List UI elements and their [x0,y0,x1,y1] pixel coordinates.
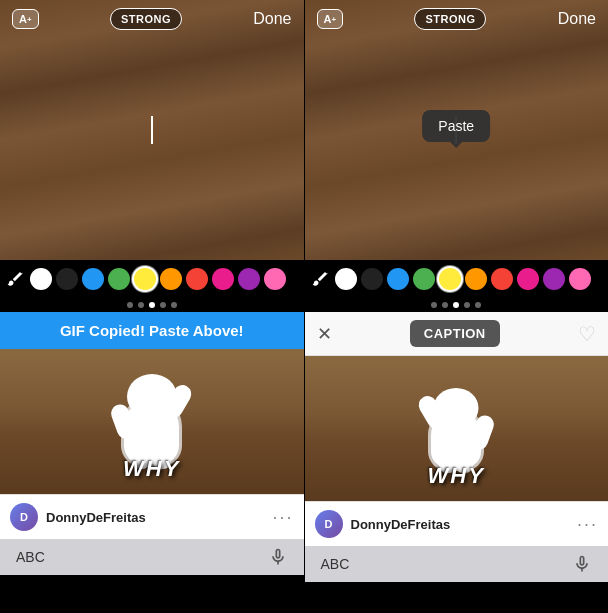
fluffy-creature-right [431,410,481,468]
username-right: DonnyDeFreitas [351,517,451,532]
more-btn-left[interactable]: ··· [272,507,293,528]
plus-icon-left: + [27,15,32,24]
avatar-left: D [10,503,38,531]
abc-text-right: ABC [321,556,350,572]
text-cursor-left [151,116,153,144]
done-btn-right[interactable]: Done [558,10,596,28]
color-blue-right[interactable] [387,268,409,290]
done-btn-left[interactable]: Done [253,10,291,28]
color-green-right[interactable] [413,268,435,290]
creature-body-left [124,399,179,464]
brush-icon-left[interactable] [4,268,26,290]
why-text-right: WHY [305,463,609,489]
avatar-right: D [315,510,343,538]
gif-image-left: WHY [0,349,304,494]
color-orange-left[interactable] [160,268,182,290]
editor-area-left: A + STRONG Done [0,0,304,260]
color-white-left[interactable] [30,268,52,290]
mic-icon-left[interactable] [268,547,288,567]
gif-image-right: WHY [305,356,609,501]
why-text-left: WHY [0,456,304,482]
color-orange-right[interactable] [465,268,487,290]
color-white-right[interactable] [335,268,357,290]
dot-1-right [431,302,437,308]
editor-top-bar-left: A + STRONG Done [0,8,304,30]
caption-btn[interactable]: CAPTION [410,320,500,347]
caption-bar: ✕ CAPTION ♡ [305,312,609,356]
color-bar-left [0,260,304,298]
right-panel: A + STRONG Done Paste [305,0,609,613]
gif-card-right: WHY D DonnyDeFreitas ··· [305,356,609,546]
paste-tooltip[interactable]: Paste [422,110,490,142]
card-info-left: D DonnyDeFreitas ··· [0,494,304,539]
left-panel: A + STRONG Done GIF Copie [0,0,304,613]
username-left: DonnyDeFreitas [46,510,146,525]
color-black-left[interactable] [56,268,78,290]
dot-5-left [171,302,177,308]
color-purple-left[interactable] [238,268,260,290]
creature-head-l [127,374,177,419]
dot-2-left [138,302,144,308]
color-red-left[interactable] [186,268,208,290]
color-black-right[interactable] [361,268,383,290]
creature-body-right [431,410,481,468]
brush-icon-right[interactable] [309,268,331,290]
dots-indicator-left [0,298,304,312]
font-size-btn-right[interactable]: A + [317,9,344,29]
style-btn-right[interactable]: STRONG [414,8,486,30]
color-bar-right [305,260,609,298]
color-hotpink-left[interactable] [264,268,286,290]
dot-1-left [127,302,133,308]
dots-indicator-right [305,298,609,312]
dot-4-right [464,302,470,308]
color-blue-left[interactable] [82,268,104,290]
color-pink-left[interactable] [212,268,234,290]
dot-4-left [160,302,166,308]
color-purple-right[interactable] [543,268,565,290]
color-pink-right[interactable] [517,268,539,290]
abc-text-left: ABC [16,549,45,565]
gif-card-left: WHY D DonnyDeFreitas ··· [0,349,304,539]
creature-head-r [434,388,479,428]
close-btn[interactable]: ✕ [317,323,332,345]
card-info-right: D DonnyDeFreitas ··· [305,501,609,546]
more-btn-right[interactable]: ··· [577,514,598,535]
editor-area-right: A + STRONG Done Paste [305,0,609,260]
card-left-left: D DonnyDeFreitas [10,503,146,531]
style-btn-left[interactable]: STRONG [110,8,182,30]
fluffy-creature-left [124,399,179,464]
font-size-btn-left[interactable]: A + [12,9,39,29]
color-yellow-left[interactable] [134,268,156,290]
card-left-right: D DonnyDeFreitas [315,510,451,538]
font-size-label-right: A [324,13,332,25]
dot-3-left [149,302,155,308]
heart-icon[interactable]: ♡ [578,322,596,346]
dot-2-right [442,302,448,308]
dot-5-right [475,302,481,308]
editor-top-bar-right: A + STRONG Done [305,8,609,30]
font-size-label-left: A [19,13,27,25]
notification-bar: GIF Copied! Paste Above! [0,312,304,349]
color-hotpink-right[interactable] [569,268,591,290]
mic-icon-right[interactable] [572,554,592,574]
color-yellow-right[interactable] [439,268,461,290]
dot-3-right [453,302,459,308]
plus-icon-right: + [331,15,336,24]
keyboard-bar-right: ABC [305,546,609,582]
keyboard-bar-left: ABC [0,539,304,575]
color-red-right[interactable] [491,268,513,290]
color-green-left[interactable] [108,268,130,290]
